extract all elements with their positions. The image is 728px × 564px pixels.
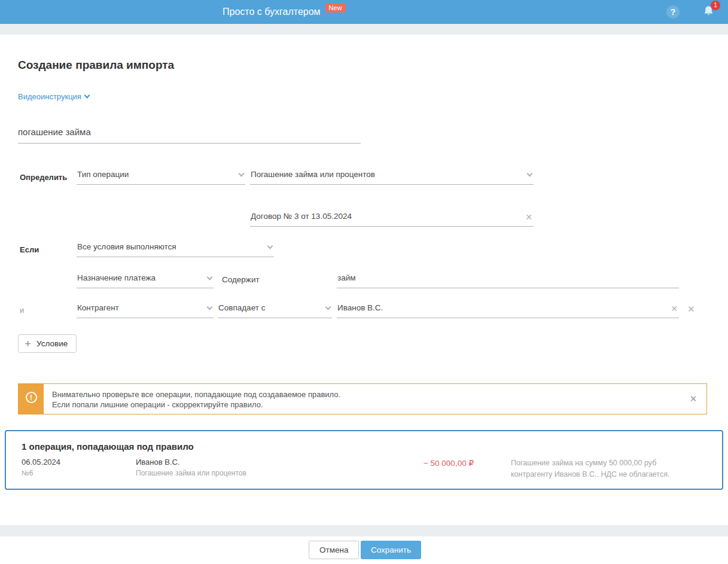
plus-icon: + (25, 338, 31, 349)
condition-value-input[interactable]: займ (337, 272, 679, 288)
notifications-button[interactable]: 1 (702, 5, 715, 20)
operation-number: №6 (22, 469, 33, 477)
chevron-down-icon (84, 93, 90, 99)
warning-line1: Внимательно проверьте все операции, попа… (52, 389, 680, 400)
condition-operator-select[interactable]: Совпадает с (218, 302, 332, 318)
warning-banner: ! Внимательно проверьте все операции, по… (18, 383, 707, 414)
remove-condition-icon[interactable]: ✕ (687, 304, 695, 315)
operation-description: Погашение займа на сумму 50 000,00 руб к… (511, 458, 697, 480)
condition-value-text: Иванов В.С. (337, 303, 383, 312)
and-label: и (20, 306, 24, 315)
operations-panel-title: 1 операция, попадающая под правило (22, 441, 194, 452)
warning-line2: Если попали лишние операции - скорректир… (52, 400, 680, 410)
warning-icon: ! (26, 392, 37, 403)
chevron-down-icon (207, 304, 213, 310)
page: Просто с бухгалтером New ? 1 Создание пр… (0, 0, 728, 564)
cancel-button[interactable]: Отмена (309, 541, 359, 559)
operation-type-select[interactable]: Тип операции (77, 169, 245, 185)
header-divider-strip (0, 24, 728, 35)
conditions-mode-select[interactable]: Все условия выполняются (77, 241, 274, 257)
operation-amount: − 50 000,00 ₽ (384, 458, 474, 468)
condition-field-value: Контрагент (77, 303, 119, 312)
condition-field-select[interactable]: Назначение платежа (77, 272, 214, 288)
contract-value: Договор № 3 от 13.05.2024 (251, 212, 352, 221)
video-instruction-link[interactable]: Видеоинструкция (18, 92, 89, 101)
conditions-mode-value: Все условия выполняются (77, 242, 176, 251)
operation-type: Погашение займа или процентов (136, 469, 246, 477)
chevron-down-icon (207, 275, 213, 281)
warning-bar: ! (19, 384, 44, 414)
condition-operator-value: Совпадает с (218, 303, 265, 312)
condition-value-text: займ (337, 273, 356, 282)
add-condition-button[interactable]: + Условие (18, 334, 77, 353)
condition-field-value: Назначение платежа (77, 273, 156, 282)
new-badge: New (325, 3, 346, 13)
chevron-down-icon (239, 171, 245, 177)
chevron-down-icon (527, 171, 533, 177)
chevron-down-icon (325, 304, 331, 310)
operation-type-value: Тип операции (77, 170, 129, 179)
operation-kind-value: Погашение займа или процентов (251, 170, 375, 179)
if-label: Если (20, 245, 39, 254)
add-condition-label: Условие (36, 339, 68, 348)
help-icon[interactable]: ? (666, 5, 680, 19)
close-warning-icon[interactable]: ✕ (680, 384, 706, 414)
operation-counterparty: Иванов В.С. (136, 458, 180, 467)
operation-kind-select[interactable]: Погашение займа или процентов (250, 169, 534, 185)
matched-operations-panel: 1 операция, попадающая под правило 06.05… (5, 430, 723, 490)
warning-text: Внимательно проверьте все операции, попа… (44, 384, 680, 414)
app-title: Просто с бухгалтером (223, 7, 321, 17)
condition-field-select[interactable]: Контрагент (77, 302, 214, 318)
condition-value-input[interactable]: Иванов В.С. ✕ (337, 302, 679, 318)
page-title: Создание правила импорта (18, 59, 174, 72)
save-button[interactable]: Сохранить (361, 541, 421, 559)
top-bar: Просто с бухгалтером New ? 1 (0, 0, 728, 24)
rule-name-input[interactable] (18, 124, 361, 144)
footer-divider-strip (0, 525, 728, 536)
clear-icon[interactable]: ✕ (671, 304, 678, 313)
bell-icon (702, 9, 715, 19)
chevron-down-icon (267, 243, 273, 249)
contract-field[interactable]: Договор № 3 от 13.05.2024 ✕ (250, 211, 534, 227)
operation-date: 06.05.2024 (22, 458, 60, 467)
clear-icon[interactable]: ✕ (525, 212, 532, 222)
top-bar-icons: ? 1 (666, 0, 715, 24)
app-title-group: Просто с бухгалтером New (223, 0, 346, 24)
define-label: Определить (20, 173, 67, 182)
notification-count-badge: 1 (711, 1, 720, 10)
condition-operator-label[interactable]: Содержит (222, 275, 260, 284)
video-instruction-label: Видеоинструкция (18, 92, 81, 101)
